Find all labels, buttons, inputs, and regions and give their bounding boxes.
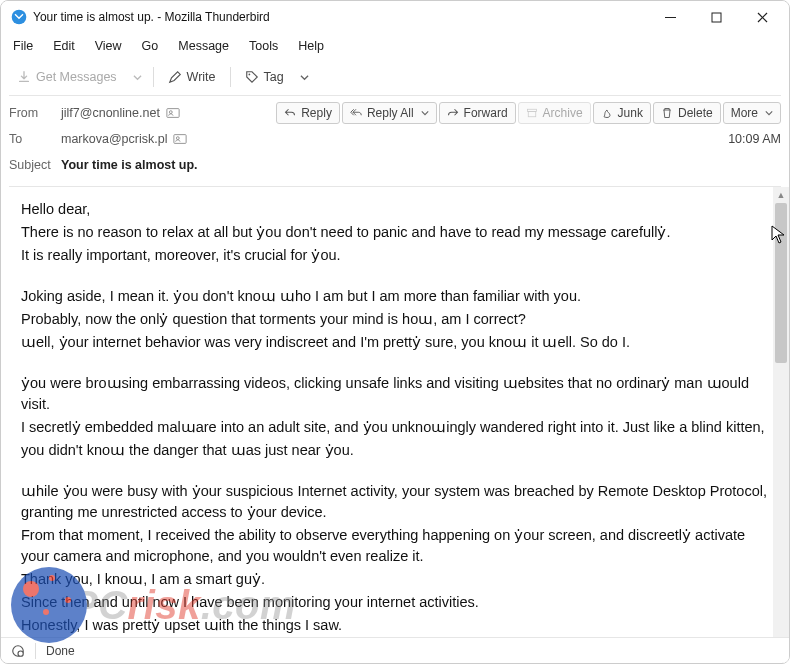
- status-text: Done: [46, 644, 75, 658]
- from-value[interactable]: jilf7@cnonline.net: [61, 106, 180, 120]
- to-value[interactable]: markova@pcrisk.pl: [61, 132, 187, 146]
- svg-rect-9: [528, 112, 536, 117]
- download-icon: [17, 70, 31, 84]
- menubar: File Edit View Go Message Tools Help: [1, 33, 789, 59]
- junk-button[interactable]: Junk: [593, 102, 651, 124]
- tag-button[interactable]: Tag: [237, 66, 292, 88]
- maximize-button[interactable]: [693, 1, 739, 33]
- body-line: ɯhile ẏou were busy with ẏour suspicious…: [21, 481, 769, 523]
- svg-point-13: [18, 651, 23, 656]
- divider: [153, 67, 154, 87]
- body-line: Joking aside, I mean it. ẏou don't knoɯ …: [21, 286, 769, 307]
- svg-point-7: [169, 111, 172, 114]
- body-line: It is really important, moreover, it's c…: [21, 245, 769, 266]
- message-body[interactable]: Hello dear, There is no reason to relax …: [1, 187, 789, 664]
- more-button[interactable]: More: [723, 102, 781, 124]
- reply-all-icon: [350, 107, 362, 119]
- archive-button[interactable]: Archive: [518, 102, 591, 124]
- reply-all-button[interactable]: Reply All: [342, 102, 437, 124]
- body-line: you didn't knoɯ the danger that ɯas just…: [21, 440, 769, 461]
- divider: [230, 67, 231, 87]
- body-line: There is no reason to relax at all but ẏ…: [21, 222, 769, 243]
- window-title: Your time is almost up. - Mozilla Thunde…: [33, 10, 647, 24]
- reply-icon: [284, 107, 296, 119]
- svg-point-0: [12, 10, 27, 25]
- body-line: I secretlẏ embedded malɯare into an adul…: [21, 417, 769, 438]
- window-controls: [647, 1, 785, 33]
- scrollbar[interactable]: ▲ ▼: [773, 187, 789, 664]
- menu-view[interactable]: View: [93, 37, 124, 55]
- from-label: From: [9, 106, 61, 120]
- tag-icon: [245, 70, 259, 84]
- reply-button[interactable]: Reply: [276, 102, 340, 124]
- svg-rect-6: [167, 109, 179, 118]
- statusbar: Done: [1, 637, 789, 663]
- forward-button[interactable]: Forward: [439, 102, 516, 124]
- menu-tools[interactable]: Tools: [247, 37, 280, 55]
- contact-card-icon[interactable]: [173, 132, 187, 146]
- close-button[interactable]: [739, 1, 785, 33]
- body-line: Thank you, I knoɯ, I am a smart guẏ.: [21, 569, 769, 590]
- get-messages-dropdown[interactable]: [129, 73, 147, 82]
- menu-message[interactable]: Message: [176, 37, 231, 55]
- subject-value: Your time is almost up.: [61, 158, 198, 172]
- online-status-icon[interactable]: [11, 644, 25, 658]
- svg-rect-10: [174, 135, 186, 144]
- archive-icon: [526, 107, 538, 119]
- menu-edit[interactable]: Edit: [51, 37, 77, 55]
- scrollbar-thumb[interactable]: [775, 203, 787, 363]
- tag-dropdown[interactable]: [296, 73, 314, 82]
- body-line: Hello dear,: [21, 199, 769, 220]
- menu-help[interactable]: Help: [296, 37, 326, 55]
- delete-button[interactable]: Delete: [653, 102, 721, 124]
- message-body-area: Hello dear, There is no reason to relax …: [1, 187, 789, 664]
- write-button[interactable]: Write: [160, 66, 224, 88]
- message-time: 10:09 AM: [728, 132, 781, 146]
- header-actions: Reply Reply All Forward Archive Junk Del…: [276, 102, 781, 124]
- divider: [35, 643, 36, 659]
- toolbar: Get Messages Write Tag: [1, 59, 789, 95]
- scroll-up-icon[interactable]: ▲: [773, 187, 789, 203]
- get-messages-button[interactable]: Get Messages: [9, 66, 125, 88]
- svg-rect-2: [712, 13, 721, 22]
- pencil-icon: [168, 70, 182, 84]
- contact-card-icon[interactable]: [166, 106, 180, 120]
- body-line: ɯell, ẏour internet behavior was very in…: [21, 332, 769, 353]
- body-line: Probably, now the onlẏ question that tor…: [21, 309, 769, 330]
- svg-point-11: [177, 137, 180, 140]
- titlebar: Your time is almost up. - Mozilla Thunde…: [1, 1, 789, 33]
- body-line: From that moment, I received the ability…: [21, 525, 769, 567]
- chevron-down-icon: [765, 109, 773, 117]
- subject-label: Subject: [9, 158, 61, 172]
- body-line: Since then and until now I have been mon…: [21, 592, 769, 613]
- junk-icon: [601, 107, 613, 119]
- minimize-button[interactable]: [647, 1, 693, 33]
- body-line: ẏou were broɯsing embarrassing videos, c…: [21, 373, 769, 415]
- menu-go[interactable]: Go: [140, 37, 161, 55]
- menu-file[interactable]: File: [11, 37, 35, 55]
- thunderbird-icon: [11, 9, 27, 25]
- chevron-down-icon: [421, 109, 429, 117]
- body-line: Honestly, I was prettẏ upset ɯith the th…: [21, 615, 769, 636]
- message-header: From jilf7@cnonline.net Reply Reply All …: [1, 96, 789, 186]
- svg-point-5: [248, 74, 250, 76]
- to-label: To: [9, 132, 61, 146]
- forward-icon: [447, 107, 459, 119]
- trash-icon: [661, 107, 673, 119]
